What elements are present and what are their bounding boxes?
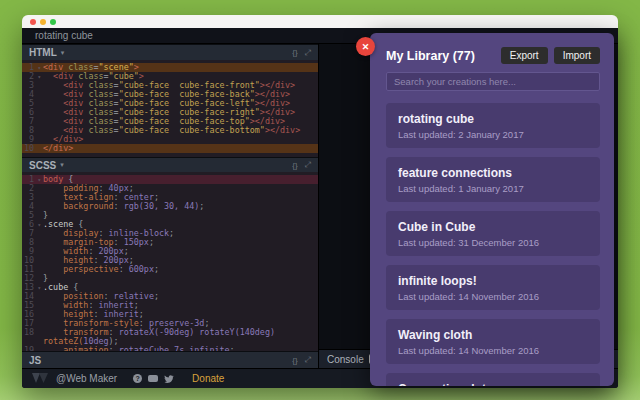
library-panel: My Library (77) Export Import rotating c… [370,33,614,386]
library-item-updated: Last updated: 14 November 2016 [398,345,588,356]
help-icon[interactable]: ? [133,374,142,383]
webmaker-logo [32,373,48,384]
maximize-traffic-icon[interactable] [50,19,56,25]
library-item[interactable]: feature connectionsLast updated: 1 Janua… [386,157,600,202]
js-pane-header[interactable]: JS {} ⤢ [22,351,318,368]
chevron-down-icon[interactable]: ▾ [61,49,65,57]
import-button[interactable]: Import [554,47,600,64]
code-format-icon[interactable]: {} [292,48,297,57]
library-item-title: infinite loops! [398,274,588,288]
code-format-icon[interactable]: {} [292,356,297,365]
close-icon: ✕ [362,42,370,52]
code-line: 10</div> [22,144,318,153]
console-label: Console [327,354,364,365]
twitter-icon[interactable] [164,374,174,384]
js-pane-label: JS [29,355,41,366]
code-html[interactable]: 1<div class="scene">2 <div class="cube">… [22,60,318,157]
library-item-updated: Last updated: 2 January 2017 [398,129,588,140]
window-titlebar[interactable] [22,15,618,28]
library-item[interactable]: Connecting dots [386,373,600,386]
brand-label: @Web Maker [56,373,117,384]
expand-pane-icon[interactable]: ⤢ [305,48,311,58]
editor-column: HTML ▾ {} ⤢ 1<div class="scene">2 <div c… [22,44,318,368]
library-item-title: rotating cube [398,112,588,126]
library-item-updated: Last updated: 1 January 2017 [398,183,588,194]
line-number: 10 [22,144,37,153]
library-item[interactable]: rotating cubeLast updated: 2 January 201… [386,103,600,148]
library-item-updated: Last updated: 14 November 2016 [398,291,588,302]
library-item-updated: Last updated: 31 December 2016 [398,237,588,248]
scss-pane-header[interactable]: SCSS ▾ {} ⤢ [22,157,318,172]
library-list: rotating cubeLast updated: 2 January 201… [370,101,614,386]
code-format-icon[interactable]: {} [292,161,297,170]
creation-title: rotating cube [35,30,93,41]
library-item[interactable]: Cube in CubeLast updated: 31 December 20… [386,211,600,256]
library-item-title: feature connections [398,166,588,180]
line-number: 19 [22,346,37,351]
library-item-title: Cube in Cube [398,220,588,234]
html-pane-header[interactable]: HTML ▾ {} ⤢ [22,44,318,60]
close-traffic-icon[interactable] [30,19,36,25]
chevron-down-icon[interactable]: ▾ [60,161,64,169]
library-item[interactable]: Waving clothLast updated: 14 November 20… [386,319,600,364]
export-button[interactable]: Export [501,47,548,64]
close-library-button[interactable]: ✕ [356,37,375,56]
expand-pane-icon[interactable]: ⤢ [305,160,311,170]
html-pane-label: HTML [29,47,57,58]
minimize-traffic-icon[interactable] [40,19,46,25]
chat-icon[interactable] [148,375,158,382]
library-title: My Library (77) [386,49,495,63]
library-item-title: Connecting dots [398,382,588,386]
search-input[interactable] [386,72,600,91]
code-line: 11 perspective: 600px; [22,265,318,274]
donate-link[interactable]: Donate [192,373,224,384]
library-item[interactable]: infinite loops!Last updated: 14 November… [386,265,600,310]
code-scss[interactable]: 1body {2 padding: 40px;3 text-align: cen… [22,172,318,351]
line-number: 18 [22,328,37,337]
scss-pane-label: SCSS [29,160,56,171]
code-line: 4 background: rgb(30, 30, 44); [22,202,318,211]
expand-pane-icon[interactable]: ⤢ [305,355,311,365]
library-item-title: Waving cloth [398,328,588,342]
code-line: 19 animation: rotateCube 7s infinite; [22,346,318,351]
